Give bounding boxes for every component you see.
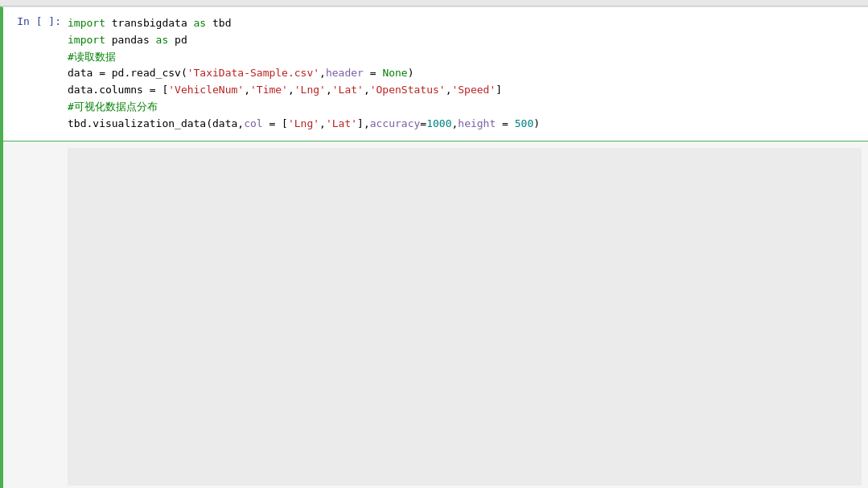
cell-output — [3, 141, 868, 488]
top-bar — [0, 0, 868, 6]
code-cell[interactable]: In [ ]: import transbigdata as tbd impor… — [0, 6, 868, 488]
cell-input: In [ ]: import transbigdata as tbd impor… — [3, 7, 868, 141]
cell-output-inner — [3, 141, 868, 488]
cell-prompt: In [ ]: — [3, 14, 68, 27]
notebook-container: In [ ]: import transbigdata as tbd impor… — [0, 0, 868, 488]
code-line-4: data = pd.read_csv('TaxiData-Sample.csv'… — [68, 65, 862, 82]
code-line-3: #读取数据 — [68, 49, 862, 66]
cell-code[interactable]: import transbigdata as tbd import pandas… — [68, 14, 868, 134]
code-line-2: import pandas as pd — [68, 32, 862, 49]
code-line-5: data.columns = ['VehicleNum','Time','Lng… — [68, 82, 862, 99]
output-prompt — [3, 141, 68, 148]
code-line-1: import transbigdata as tbd — [68, 15, 862, 32]
code-line-7: tbd.visualization_data(data,col = ['Lng'… — [68, 116, 862, 133]
code-line-6: #可视化数据点分布 — [68, 99, 862, 116]
output-content — [68, 148, 862, 486]
